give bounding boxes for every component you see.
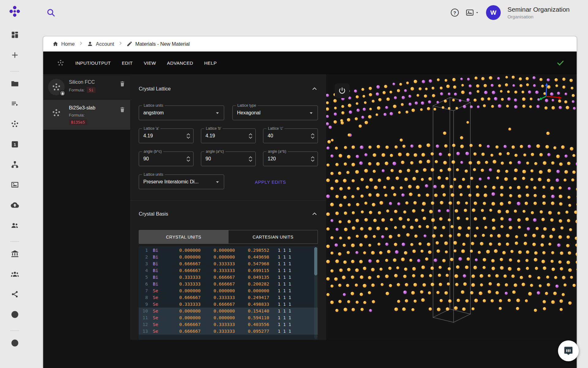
sidebar-globe-icon[interactable] [11,310,19,319]
basis-row[interactable]: 5Bi0.3333330.6666670.0491351 1 1 [139,274,318,281]
material-formula: Formula: Si [69,87,119,93]
user-avatar[interactable]: W [486,5,501,20]
designer-menubar: INPUT/OUTPUT EDIT VIEW ADVANCED HELP [43,52,577,74]
scrollbar-thumb[interactable] [314,247,317,275]
search-icon[interactable] [46,8,55,17]
menu-help[interactable]: HELP [204,60,217,66]
lattice-units-select[interactable]: Lattice units angstrom [139,105,224,120]
spinner-stepper[interactable] [311,156,315,162]
sidebar-dashboard-icon[interactable] [11,31,19,39]
basis-row[interactable]: 7Se0.0000000.0000000.0000001 1 1 [139,287,318,294]
menu-input-output[interactable]: INPUT/OUTPUT [75,60,111,66]
material-formula: Formula: [69,113,119,117]
menu-advanced[interactable]: ADVANCED [167,60,193,66]
angle-beta-input[interactable] [205,156,249,162]
power-icon [338,87,346,95]
basis-row[interactable]: 8Se0.6666670.3333330.2494171 1 1 [139,294,318,301]
sidebar-bank-icon[interactable] [11,250,19,258]
saved-check-icon[interactable] [556,59,564,67]
trash-icon [119,106,126,113]
materials-list-panel: Silicon FCC Formula: Si Bi2Se3-slab Form… [43,74,130,340]
sidebar-divider [10,71,19,71]
basis-row[interactable]: 6Bi0.3333330.6666670.2002821 1 1 [139,281,318,287]
molecule-icon [52,82,61,92]
sidebar-cloud-upload-icon[interactable] [11,201,19,209]
basis-editor[interactable]: 1Bi0.0000000.0000000.2985521 1 12Bi0.000… [139,246,318,340]
spinner-stepper[interactable] [249,133,252,139]
spinner-stepper[interactable] [249,156,252,162]
breadcrumb-current-page: Materials - New Material [126,41,190,47]
help-icon[interactable]: ? [451,9,459,17]
basis-row[interactable]: 13Se0.6666670.3333330.0952771 1 1 [139,328,318,335]
trash-icon [119,81,126,87]
screenshot-menu-button[interactable] [466,9,479,16]
viewer-power-button[interactable] [335,83,349,98]
basis-row[interactable]: 11Se0.0000000.0000000.5941101 1 1 [139,314,318,321]
axes-gizmo[interactable] [536,82,565,105]
sidebar-share-icon[interactable] [11,290,19,298]
tab-cartesian-units[interactable]: CARTESIAN UNITS [228,230,318,243]
lattice-c-input[interactable] [268,133,311,139]
basis-row[interactable]: 9Se0.3333330.6666670.4988331 1 1 [139,301,318,308]
breadcrumb-home[interactable]: Home [52,41,75,47]
material-item-bi2se3-slab[interactable]: Bi2Se3-slab Formula: Bi3Se5 [43,100,130,130]
delete-material-button[interactable] [119,81,126,88]
mat3ra-logo[interactable] [8,5,21,18]
screenshot-icon [466,9,474,16]
sidebar-hierarchy-icon[interactable] [11,160,19,169]
structure-viewer-3d [326,74,577,340]
basis-row[interactable]: 10Se0.0000000.0000000.1541401 1 1 [139,308,318,314]
sidebar-people-icon[interactable] [11,221,19,229]
sidebar-molecule-icon[interactable] [11,120,19,128]
basis-row[interactable]: 2Bi0.0000000.0000000.4496981 1 1 [139,254,318,260]
sidebar-image-icon[interactable] [11,181,19,189]
basis-row[interactable]: 1Bi0.0000000.0000000.2985521 1 1 [139,247,318,254]
spinner-stepper[interactable] [311,133,315,139]
home-icon [52,41,58,47]
sidebar-one-box-icon[interactable]: 1 [11,140,19,148]
sidebar-globe-partial-icon[interactable] [11,339,19,347]
materials-designer-card: Home Account Materials - New Material IN… [43,36,577,368]
tab-crystal-units[interactable]: CRYSTAL UNITS [139,230,228,243]
spinner-stepper[interactable] [187,133,190,139]
svg-text:1: 1 [13,142,16,147]
spinner-stepper[interactable] [187,156,190,162]
breadcrumb-account[interactable]: Account [87,41,114,47]
sidebar-folder-icon[interactable] [11,79,19,88]
apply-edits-button[interactable]: APPLY EDITS [255,179,286,185]
collapse-chevron-icon[interactable] [311,85,318,92]
sidebar-groups-icon[interactable] [11,270,19,278]
chat-launcher-button[interactable] [558,340,579,361]
lattice-b-input[interactable] [205,133,249,139]
basis-row[interactable]: 12Se0.6666670.3333330.4035561 1 1 [139,321,318,328]
breadcrumb-separator [78,41,83,47]
org-name: Seminar Organization [507,6,570,13]
angle-alpha-input[interactable] [143,156,187,162]
material-item-silicon-fcc[interactable]: Silicon FCC Formula: Si [43,74,130,100]
pencil-icon [126,41,133,47]
material-name: Bi2Se3-slab [69,105,119,111]
viewer-canvas[interactable] [326,74,577,340]
sidebar-playlist-icon[interactable] [11,100,19,108]
lattice-a-input[interactable] [143,133,187,139]
bottom-strip [43,340,577,368]
collapse-chevron-icon[interactable] [311,210,318,217]
delete-material-button[interactable] [119,106,126,114]
angle-beta-field: angle (a^c) [201,151,256,166]
basis-row[interactable]: 4Bi0.6666670.3333330.6991151 1 1 [139,267,318,274]
sidebar-add-icon[interactable] [11,51,19,59]
basis-rows: 1Bi0.0000000.0000000.2985521 1 12Bi0.000… [139,247,318,335]
angle-gamma-input[interactable] [268,156,311,162]
topbar: ? W Seminar Organization Organisation [29,0,588,36]
caret-down-icon [214,178,221,185]
basis-row[interactable]: 3Bi0.6666670.3333330.5479681 1 1 [139,260,318,267]
breadcrumb-separator [118,41,123,47]
formula-chip: Bi3Se5 [69,119,87,125]
sidebar-divider [10,241,19,242]
angle-gamma-field: angle (a^b) [263,151,318,166]
lattice-type-select[interactable]: Lattice type Hexagonal [232,105,318,120]
app-sidebar: 1 [0,0,29,368]
reparams-select[interactable]: Lattice units Preserve Interatomic Di... [139,174,224,189]
menu-view[interactable]: VIEW [144,60,156,66]
menu-edit[interactable]: EDIT [122,60,133,66]
